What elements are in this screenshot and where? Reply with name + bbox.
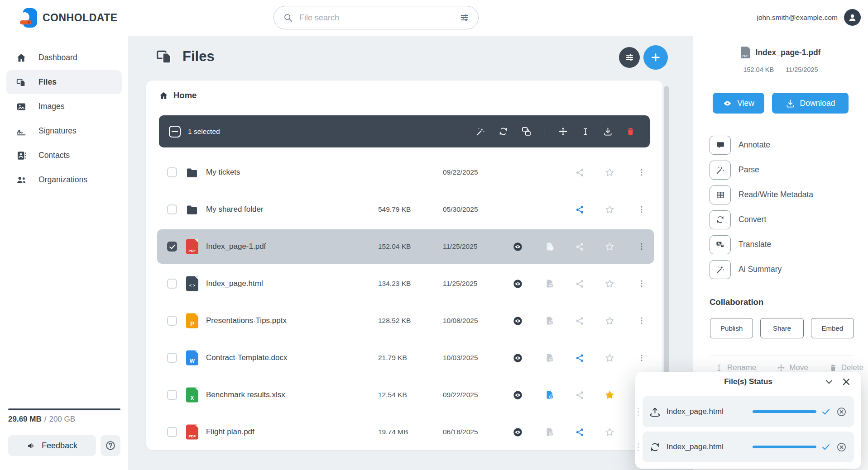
table-row[interactable]: Presentations-Tips.pptx 128.52 KB 10/08/… <box>146 302 662 339</box>
feedback-button[interactable]: Feedback <box>8 435 96 456</box>
star-icon[interactable] <box>602 313 617 328</box>
kebab-menu-icon[interactable] <box>634 351 649 365</box>
rename-cursor-icon[interactable] <box>581 127 590 136</box>
file-status-icon[interactable] <box>542 425 557 439</box>
kebab-menu-icon[interactable] <box>634 313 649 328</box>
file-status-icon[interactable] <box>542 388 557 402</box>
share-icon[interactable] <box>572 313 587 328</box>
rename-button[interactable]: Rename <box>715 363 756 372</box>
search-input[interactable] <box>299 13 459 23</box>
publish-button[interactable]: Publish <box>710 318 753 338</box>
preview-eye-icon[interactable] <box>510 388 525 402</box>
row-checkbox[interactable] <box>167 390 177 400</box>
row-checkbox[interactable] <box>167 204 177 214</box>
row-checkbox[interactable] <box>167 167 177 177</box>
kebab-menu-icon[interactable] <box>634 239 649 254</box>
delete-trash-icon[interactable] <box>626 127 635 136</box>
sidebar-item-organizations[interactable]: Organizations <box>6 168 122 192</box>
action-convert[interactable]: Convert <box>710 207 813 232</box>
add-new-button[interactable] <box>643 45 668 70</box>
embed-button[interactable]: Embed <box>811 318 854 338</box>
star-icon[interactable] <box>602 239 617 254</box>
file-status-icon[interactable] <box>542 351 557 365</box>
file-name[interactable]: Presentations-Tips.pptx <box>206 316 287 325</box>
file-name[interactable]: Contract-Template.docx <box>206 353 288 362</box>
convert-refresh-icon[interactable] <box>499 127 508 136</box>
row-checkbox[interactable] <box>167 427 177 437</box>
share-icon[interactable] <box>572 351 587 365</box>
download-button[interactable]: Download <box>772 93 849 114</box>
sidebar-item-signatures[interactable]: Signatures <box>6 119 122 143</box>
file-name[interactable]: Benchmark results.xlsx <box>206 390 285 399</box>
select-all-checkbox[interactable] <box>169 126 181 138</box>
cancel-circle-icon[interactable] <box>836 442 847 452</box>
magic-wand-icon[interactable] <box>476 127 485 136</box>
breadcrumb[interactable]: Home <box>159 90 197 100</box>
row-checkbox[interactable] <box>167 279 177 289</box>
table-row[interactable]: Benchmark results.xlsx 12.54 KB 09/22/20… <box>146 376 662 413</box>
kebab-menu-icon[interactable] <box>634 165 649 180</box>
user-menu[interactable]: john.smith@example.com <box>757 9 861 26</box>
row-checkbox[interactable] <box>167 316 177 326</box>
close-icon[interactable] <box>840 376 852 388</box>
kebab-menu-icon[interactable] <box>634 202 649 217</box>
table-row[interactable]: My tickets — 09/22/2025 <box>146 154 662 191</box>
action-ai-summary[interactable]: Ai Summary <box>710 257 813 282</box>
file-status-icon[interactable] <box>542 313 557 328</box>
star-icon[interactable] <box>602 276 617 291</box>
star-icon[interactable] <box>602 388 617 402</box>
row-checkbox[interactable] <box>167 353 177 363</box>
preview-eye-icon[interactable] <box>510 239 525 254</box>
move-icon[interactable] <box>558 127 568 136</box>
file-name[interactable]: My tickets <box>206 168 240 177</box>
cancel-circle-icon[interactable] <box>836 407 847 417</box>
action-metadata[interactable]: Read/Write Metadata <box>710 182 813 207</box>
row-checkbox[interactable] <box>167 242 177 252</box>
share-icon[interactable] <box>572 388 587 402</box>
view-options-button[interactable] <box>619 47 640 68</box>
file-name[interactable]: Index_page-1.pdf <box>206 242 266 251</box>
action-translate[interactable]: Translate <box>710 232 813 257</box>
search-filter-sliders-icon[interactable] <box>459 12 470 23</box>
share-icon[interactable] <box>572 425 587 439</box>
move-button[interactable]: Move <box>777 363 808 372</box>
star-icon[interactable] <box>602 425 617 439</box>
brand-logo[interactable]: CONHOLDATE <box>20 8 118 28</box>
delete-button[interactable]: Delete <box>829 363 863 372</box>
help-button[interactable] <box>101 435 120 456</box>
file-status-icon[interactable] <box>542 239 557 254</box>
preview-eye-icon[interactable] <box>510 313 525 328</box>
duplicate-icon[interactable] <box>521 126 532 137</box>
table-row[interactable]: Flight plan.pdf 19.74 MB 06/18/2025 <box>146 413 662 451</box>
download-icon[interactable] <box>603 127 613 136</box>
sidebar-item-contacts[interactable]: Contacts <box>6 143 122 167</box>
chevron-down-icon[interactable] <box>823 376 835 388</box>
table-row[interactable]: Contract-Template.docx 21.79 KB 10/03/20… <box>146 339 662 376</box>
table-row[interactable]: Index_page-1.pdf 152.04 KB 11/25/2025 <box>146 228 662 265</box>
share-icon[interactable] <box>572 165 587 180</box>
table-row[interactable]: My shared folder 549.79 KB 05/30/2025 <box>146 191 662 228</box>
sidebar-item-images[interactable]: Images <box>6 95 122 119</box>
avatar[interactable] <box>844 9 861 26</box>
sidebar-item-files[interactable]: Files <box>6 70 122 94</box>
table-row[interactable]: Index_page.html 134.23 KB 11/25/2025 <box>146 265 662 302</box>
share-icon[interactable] <box>572 239 587 254</box>
file-name[interactable]: Index_page.html <box>206 279 263 288</box>
preview-eye-icon[interactable] <box>510 351 525 365</box>
file-search-bar[interactable] <box>273 6 479 29</box>
file-status-icon[interactable] <box>542 276 557 291</box>
view-button[interactable]: View <box>713 93 764 114</box>
preview-eye-icon[interactable] <box>510 276 525 291</box>
star-icon[interactable] <box>602 202 617 217</box>
sidebar-item-dashboard[interactable]: Dashboard <box>6 46 122 70</box>
preview-eye-icon[interactable] <box>510 425 525 439</box>
share-icon[interactable] <box>572 276 587 291</box>
file-name[interactable]: Flight plan.pdf <box>206 427 254 437</box>
kebab-menu-icon[interactable] <box>634 276 649 291</box>
file-name[interactable]: My shared folder <box>206 205 264 214</box>
star-icon[interactable] <box>602 351 617 365</box>
star-icon[interactable] <box>602 165 617 180</box>
action-annotate[interactable]: Annotate <box>710 133 813 157</box>
share-button[interactable]: Share <box>760 318 803 338</box>
share-icon[interactable] <box>572 202 587 217</box>
